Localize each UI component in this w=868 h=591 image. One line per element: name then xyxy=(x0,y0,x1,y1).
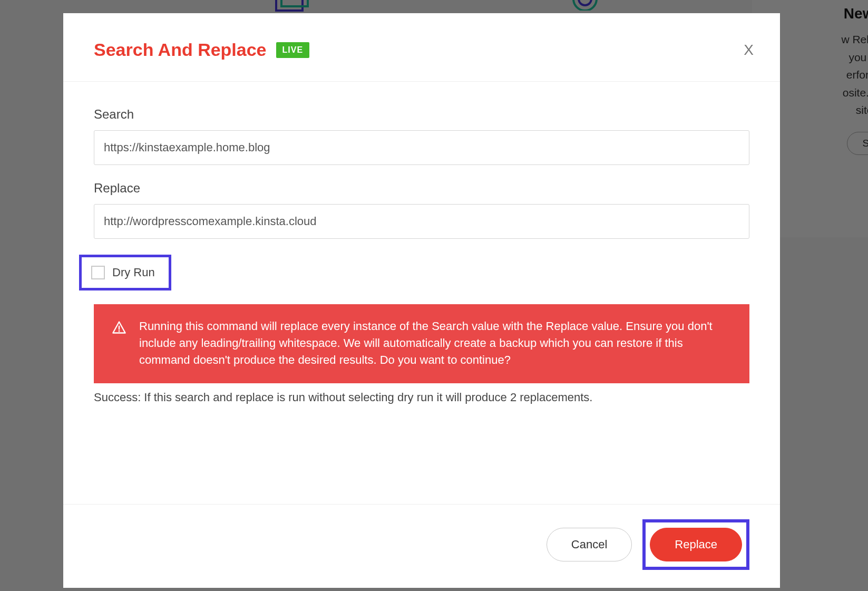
dry-run-checkbox[interactable] xyxy=(91,266,105,279)
warning-banner: Running this command will replace every … xyxy=(94,304,749,383)
dry-run-checkbox-row[interactable]: Dry Run xyxy=(79,255,171,290)
replace-input[interactable] xyxy=(94,204,749,239)
close-icon: X xyxy=(744,42,754,58)
warning-text: Running this command will replace every … xyxy=(139,318,732,369)
replace-field-group: Replace xyxy=(94,181,749,239)
warning-icon xyxy=(112,320,126,337)
modal-body: Search Replace Dry Run Running this comm… xyxy=(63,82,780,415)
replace-button-highlight: Replace xyxy=(642,519,749,570)
cancel-button[interactable]: Cancel xyxy=(547,528,632,561)
svg-point-5 xyxy=(119,331,120,332)
search-label: Search xyxy=(94,107,749,122)
close-button[interactable]: X xyxy=(744,43,754,57)
search-replace-modal: Search And Replace LIVE X Search Replace… xyxy=(63,13,780,588)
search-field-group: Search xyxy=(94,107,749,165)
environment-badge: LIVE xyxy=(276,42,310,58)
modal-title: Search And Replace xyxy=(94,40,267,60)
modal-footer: Cancel Replace xyxy=(63,504,780,588)
dry-run-label: Dry Run xyxy=(112,266,155,279)
search-input[interactable] xyxy=(94,130,749,165)
modal-header: Search And Replace LIVE X xyxy=(63,13,780,82)
replace-label: Replace xyxy=(94,181,749,196)
replace-button[interactable]: Replace xyxy=(650,528,742,561)
result-text: Success: If this search and replace is r… xyxy=(94,391,749,404)
